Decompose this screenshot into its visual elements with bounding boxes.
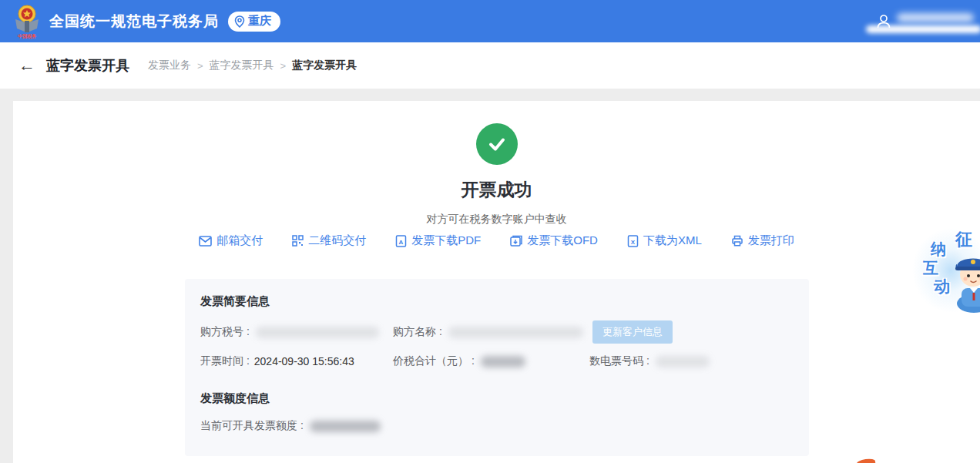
invoice-number-redacted — [656, 356, 710, 367]
logo-text: 中国税务 — [18, 33, 37, 39]
issue-time-label: 开票时间 : — [200, 354, 250, 368]
status-title: 开票成功 — [13, 178, 980, 202]
svg-text:A: A — [399, 238, 404, 245]
app-header: 中国税务 全国统一规范电子税务局 重庆 — [0, 0, 980, 42]
summary-row-2: 开票时间 : 2024-09-30 15:56:43 价税合计（元） : 数电票… — [200, 354, 794, 368]
printer-icon — [731, 235, 743, 247]
current-quota-redacted — [310, 421, 381, 432]
breadcrumb-item-invoice-business[interactable]: 发票业务 — [148, 59, 191, 72]
location-switcher[interactable]: 重庆 — [228, 12, 280, 32]
result-card: 开票成功 对方可在税务数字账户中查收 邮箱交付 二维码交付 — [13, 101, 980, 463]
qrcode-icon — [292, 235, 304, 247]
breadcrumb-item-current: 蓝字发票开具 — [292, 59, 357, 72]
back-button[interactable]: ← — [18, 57, 35, 74]
qrcode-delivery-button[interactable]: 二维码交付 — [292, 233, 366, 248]
svg-text:X: X — [631, 238, 636, 245]
location-pin-icon — [234, 15, 245, 28]
tax-interaction-widget[interactable]: 征 纳 互 动 — [908, 223, 980, 317]
update-customer-button[interactable]: 更新客户信息 — [592, 320, 673, 344]
success-check-icon — [476, 123, 518, 165]
download-pdf-button[interactable]: A 发票下载PDF — [395, 233, 481, 248]
print-invoice-button[interactable]: 发票打印 — [731, 233, 794, 248]
total-amount-label: 价税合计（元） : — [393, 354, 475, 368]
issue-time-value: 2024-09-30 15:56:43 — [254, 355, 354, 367]
page-title: 蓝字发票开具 — [46, 56, 129, 75]
breadcrumb-item-blue-invoice[interactable]: 蓝字发票开具 — [210, 59, 274, 72]
widget-char: 纳 — [931, 239, 946, 260]
buyer-name-redacted — [448, 327, 583, 338]
header-user-area[interactable] — [875, 0, 974, 42]
buyer-name-label: 购方名称 : — [393, 325, 442, 339]
location-label: 重庆 — [248, 14, 271, 29]
summary-row-1: 购方税号 : 购方名称 : 更新客户信息 — [200, 320, 794, 344]
breadcrumb: 发票业务 > 蓝字发票开具 > 蓝字发票开具 — [148, 59, 357, 72]
email-delivery-button[interactable]: 邮箱交付 — [199, 233, 263, 248]
buyer-tax-no-redacted — [256, 327, 379, 338]
page-background: 开票成功 对方可在税务数字账户中查收 邮箱交付 二维码交付 — [0, 89, 980, 463]
pdf-file-icon: A — [395, 235, 407, 247]
success-block: 开票成功 对方可在税务数字账户中查收 — [13, 101, 980, 226]
breadcrumb-bar: ← 蓝字发票开具 发票业务 > 蓝字发票开具 > 蓝字发票开具 — [0, 42, 980, 89]
username-redacted — [897, 10, 974, 33]
mail-icon — [199, 236, 212, 247]
total-amount-redacted — [481, 356, 525, 367]
breadcrumb-separator: > — [197, 60, 203, 72]
widget-char: 动 — [934, 276, 950, 297]
app-title: 全国统一规范电子税务局 — [49, 12, 219, 32]
invoice-summary-title: 发票简要信息 — [200, 294, 270, 309]
download-ofd-button[interactable]: 发票下载OFD — [510, 233, 598, 248]
tax-officer-avatar-icon — [951, 243, 980, 316]
current-quota-label: 当前可开具发票额度 : — [200, 419, 304, 433]
xml-file-icon: X — [627, 235, 639, 247]
buyer-tax-no-label: 购方税号 : — [200, 325, 250, 339]
invoice-number-label: 数电票号码 : — [589, 354, 649, 368]
quota-section-title: 发票额度信息 — [200, 391, 270, 406]
tax-bureau-logo: 中国税务 — [11, 4, 43, 39]
breadcrumb-separator: > — [280, 60, 287, 72]
download-xml-button[interactable]: X 下载为XML — [627, 233, 702, 248]
status-subtitle: 对方可在税务数字账户中查收 — [13, 213, 980, 226]
ofd-file-icon — [510, 235, 522, 247]
tax-emblem-icon: 中国税务 — [11, 4, 43, 39]
quota-row: 当前可开具发票额度 : — [200, 419, 794, 433]
invoice-actions-row: 邮箱交付 二维码交付 A 发票下载PDF — [13, 233, 980, 248]
invoice-summary-panel: 发票简要信息 购方税号 : 购方名称 : 更新客户信息 开票时间 : 2024-… — [185, 279, 809, 456]
